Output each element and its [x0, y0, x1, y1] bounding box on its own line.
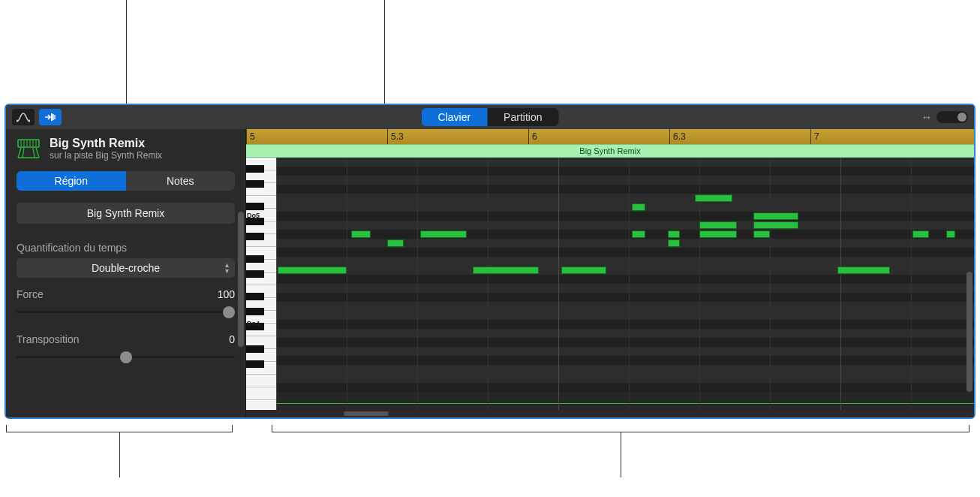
- strength-slider-thumb[interactable]: [223, 306, 235, 318]
- midi-note[interactable]: [699, 221, 737, 229]
- grid-vline: [770, 158, 771, 410]
- grid-row: [276, 203, 974, 212]
- callout-bracket-editor: [272, 425, 969, 432]
- white-key[interactable]: [246, 400, 276, 410]
- editor-toolbar: Clavier Partition ↔: [6, 105, 974, 129]
- midi-note[interactable]: [837, 267, 890, 274]
- inspector-scroll: Big Synth Remix Quantification du temps …: [6, 197, 245, 417]
- midi-note[interactable]: [668, 230, 680, 238]
- midi-note[interactable]: [561, 267, 606, 274]
- grid-row: [276, 329, 974, 338]
- black-key[interactable]: [246, 180, 264, 188]
- tab-clavier[interactable]: Clavier: [422, 108, 488, 126]
- catch-playhead-button[interactable]: [39, 109, 62, 125]
- black-key[interactable]: [246, 165, 264, 173]
- vertical-scrollbar[interactable]: [966, 159, 972, 408]
- grid-row: [276, 212, 974, 221]
- black-key[interactable]: [246, 233, 264, 240]
- inspector-header: Big Synth Remix sur la piste Big Synth R…: [6, 129, 245, 167]
- midi-note[interactable]: [753, 230, 770, 238]
- inspector-scrollbar[interactable]: [238, 212, 244, 407]
- quantize-value: Double-croche: [92, 262, 160, 274]
- piano-roll-editor: 55.366.37 Big Synth Remix Do5Do4: [246, 129, 974, 417]
- ruler-tick: 7: [810, 129, 819, 144]
- grid-row: [276, 194, 974, 203]
- grid-vline: [347, 158, 347, 410]
- transposition-slider[interactable]: [17, 350, 235, 363]
- zoom-slider-thumb[interactable]: [957, 113, 966, 122]
- inspector-tab-notes[interactable]: Notes: [126, 171, 236, 191]
- quantize-select[interactable]: Double-croche ▴▾: [17, 258, 235, 278]
- view-mode-segmented: Clavier Partition: [422, 108, 559, 126]
- callout-line-top-left: [126, 0, 127, 104]
- black-key[interactable]: [246, 293, 264, 300]
- callout-line-top-center: [384, 0, 385, 104]
- automation-curve-button[interactable]: [12, 109, 35, 125]
- grid-row: [276, 185, 974, 194]
- track-name-title: Big Synth Remix: [50, 137, 162, 150]
- tab-partition[interactable]: Partition: [487, 108, 558, 126]
- white-key[interactable]: [246, 375, 276, 387]
- black-key[interactable]: [246, 255, 264, 263]
- black-key[interactable]: [246, 360, 264, 368]
- piano-roll-editor-window: Clavier Partition ↔: [5, 104, 975, 419]
- horizontal-scrollbar[interactable]: [246, 410, 974, 417]
- note-grid[interactable]: [276, 158, 974, 410]
- midi-note[interactable]: [632, 230, 645, 238]
- inspector-scrollbar-thumb[interactable]: [238, 212, 244, 347]
- midi-note[interactable]: [387, 239, 404, 247]
- grid-row: [276, 221, 974, 230]
- region-name-button[interactable]: Big Synth Remix: [17, 203, 235, 224]
- piano-keyboard[interactable]: Do5Do4: [246, 158, 276, 410]
- transposition-slider-thumb[interactable]: [120, 351, 132, 363]
- grid-bottom-marker: [276, 403, 974, 404]
- chevron-updown-icon: ▴▾: [225, 262, 229, 274]
- black-key[interactable]: [246, 270, 264, 278]
- midi-note[interactable]: [278, 267, 347, 274]
- strength-label: Force: [17, 288, 44, 300]
- ruler-tick: 6.3: [669, 129, 686, 144]
- grid-row: [276, 383, 974, 392]
- black-key[interactable]: [246, 345, 264, 353]
- ruler-tick: 5.3: [387, 129, 404, 144]
- strength-slider[interactable]: [17, 305, 235, 318]
- midi-note[interactable]: [473, 267, 539, 274]
- horizontal-zoom-control[interactable]: ↔: [921, 111, 968, 123]
- midi-note[interactable]: [753, 212, 798, 220]
- horizontal-scrollbar-thumb[interactable]: [344, 411, 389, 416]
- grid-vline: [840, 158, 841, 410]
- grid-row: [276, 158, 974, 167]
- callout-bracket-inspector: [6, 425, 233, 432]
- grid-vline: [276, 158, 277, 410]
- black-key[interactable]: [246, 203, 264, 210]
- transposition-value: 0: [229, 333, 235, 345]
- black-key[interactable]: [246, 308, 264, 315]
- midi-note[interactable]: [351, 230, 371, 238]
- octave-label: Do5: [247, 212, 260, 219]
- inspector-tab-region[interactable]: Région: [17, 171, 126, 191]
- midi-note[interactable]: [699, 230, 737, 238]
- grid-row: [276, 302, 974, 311]
- inspector-panel: Big Synth Remix sur la piste Big Synth R…: [6, 129, 246, 417]
- grid-vline: [488, 158, 488, 410]
- grid-vline: [558, 158, 559, 410]
- white-key[interactable]: [246, 387, 276, 400]
- vertical-scrollbar-thumb[interactable]: [966, 272, 972, 392]
- region-strip[interactable]: Big Synth Remix: [246, 144, 974, 158]
- time-ruler[interactable]: 55.366.37: [246, 129, 974, 144]
- track-subtitle: sur la piste Big Synth Remix: [50, 150, 162, 161]
- midi-note[interactable]: [420, 230, 467, 238]
- midi-note[interactable]: [695, 194, 732, 202]
- grid-vline: [911, 158, 912, 410]
- midi-note[interactable]: [632, 203, 645, 211]
- midi-note[interactable]: [668, 239, 680, 247]
- grid-row: [276, 320, 974, 329]
- svg-rect-2: [51, 113, 53, 121]
- midi-note[interactable]: [912, 230, 929, 238]
- midi-note[interactable]: [753, 221, 798, 229]
- grid-row: [276, 374, 974, 383]
- midi-note[interactable]: [946, 230, 955, 238]
- quantize-label: Quantification du temps: [17, 242, 235, 254]
- zoom-slider-track[interactable]: [936, 111, 968, 123]
- ruler-tick: 5: [246, 129, 255, 144]
